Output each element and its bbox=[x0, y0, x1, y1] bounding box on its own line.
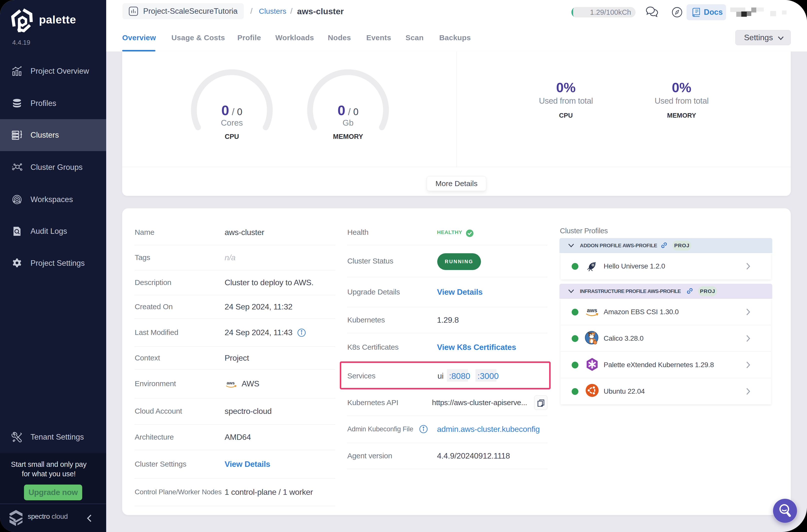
svg-text:aws: aws bbox=[227, 381, 234, 385]
svg-text:aws: aws bbox=[587, 307, 597, 314]
